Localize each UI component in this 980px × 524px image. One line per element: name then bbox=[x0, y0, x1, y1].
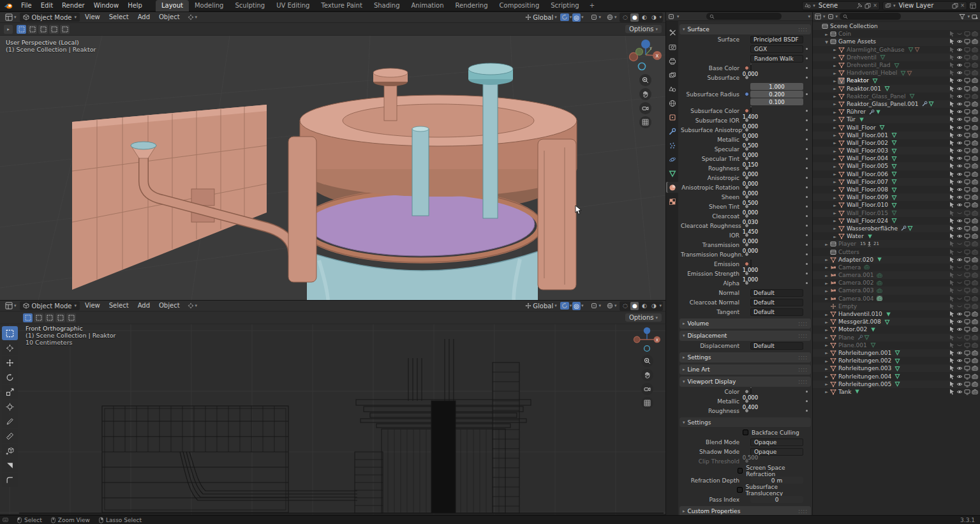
outliner-row-wall-floor-009[interactable]: ►Wall_Floor.009 bbox=[813, 193, 980, 201]
disable-render-icon[interactable] bbox=[972, 31, 978, 37]
expander-icon[interactable]: ► bbox=[832, 79, 838, 83]
disable-render-icon[interactable] bbox=[972, 350, 978, 356]
disable-render-icon[interactable] bbox=[972, 62, 978, 68]
outliner-row-wall-floor-002[interactable]: ►Wall_Floor.002 bbox=[813, 139, 980, 147]
topbar-menu-window[interactable]: Window bbox=[89, 0, 123, 11]
expander-icon[interactable]: ► bbox=[824, 359, 829, 363]
viewport-menu-select[interactable]: Select bbox=[105, 301, 133, 311]
hide-icon[interactable] bbox=[956, 101, 963, 107]
expander-icon[interactable]: ► bbox=[824, 350, 829, 355]
animate-dot-icon[interactable] bbox=[803, 410, 810, 412]
selectable-icon[interactable] bbox=[949, 365, 955, 371]
animate-dot-icon[interactable] bbox=[803, 67, 810, 69]
hide-icon-closed[interactable] bbox=[956, 264, 963, 271]
hide-icon[interactable] bbox=[956, 109, 963, 115]
transform-orientation[interactable]: Global▾ bbox=[523, 302, 559, 310]
selectable-icon[interactable] bbox=[949, 326, 955, 333]
panel-header-displacement[interactable]: ▾Displacement:::: bbox=[679, 331, 811, 341]
disable-render-icon[interactable] bbox=[972, 287, 978, 294]
disable-render-icon[interactable] bbox=[972, 342, 978, 348]
outliner-row-water[interactable]: ►Water bbox=[813, 232, 980, 240]
tool-rotate[interactable] bbox=[2, 370, 18, 384]
disable-render-icon[interactable] bbox=[972, 124, 978, 131]
hide-icon[interactable] bbox=[956, 171, 963, 177]
outliner-row-reaktor-glass-panel[interactable]: ►Reaktor_Glass_Panel bbox=[813, 93, 980, 100]
mode-selector[interactable]: Object Mode▾ bbox=[20, 301, 80, 310]
shading-material-button[interactable]: ◐ bbox=[640, 13, 648, 22]
outliner-row-cutters[interactable]: Cutters bbox=[813, 248, 980, 255]
copy-view-layer-icon[interactable] bbox=[952, 3, 958, 9]
hide-icon[interactable] bbox=[956, 77, 963, 84]
pin-icon[interactable] bbox=[856, 3, 863, 9]
disable-render-icon[interactable] bbox=[972, 249, 978, 255]
slider-alpha[interactable]: 1.000 bbox=[750, 280, 803, 287]
viewport-menu-select[interactable]: Select bbox=[105, 12, 133, 23]
outliner-row-wall-floor-003[interactable]: ►Wall_Floor.003 bbox=[813, 147, 980, 154]
disable-viewport-icon[interactable] bbox=[964, 124, 970, 131]
disable-render-icon[interactable] bbox=[972, 163, 978, 169]
disable-viewport-icon[interactable] bbox=[964, 202, 970, 208]
expander-icon[interactable]: ► bbox=[824, 366, 829, 371]
disable-viewport-icon[interactable] bbox=[964, 218, 970, 224]
selectable-icon[interactable] bbox=[949, 241, 955, 247]
disable-render-icon[interactable] bbox=[972, 272, 978, 278]
hide-icon-closed[interactable] bbox=[956, 241, 963, 247]
disable-viewport-icon[interactable] bbox=[964, 70, 970, 76]
animate-dot-icon[interactable] bbox=[803, 119, 810, 121]
view-layer-selector[interactable]: ▾ View Layer × bbox=[882, 1, 967, 10]
disable-viewport-icon[interactable] bbox=[964, 350, 970, 356]
expander-icon[interactable]: ► bbox=[832, 179, 838, 184]
disable-render-icon[interactable] bbox=[972, 86, 978, 92]
disable-render-icon[interactable] bbox=[972, 210, 978, 216]
expander-icon[interactable]: ► bbox=[832, 94, 838, 98]
disable-render-icon[interactable] bbox=[972, 109, 978, 115]
outliner-row-wall-floor-001[interactable]: ►Wall_Floor.001 bbox=[813, 131, 980, 139]
outliner-row-rohrleitungen-001[interactable]: ►Rohrleitungen.001 bbox=[813, 349, 980, 357]
outliner-row-adapter-020[interactable]: ►Adapter.020 bbox=[813, 256, 980, 264]
proportional-editing-toggle[interactable]: ◎ bbox=[572, 13, 581, 22]
selectable-icon[interactable] bbox=[949, 54, 955, 61]
disable-render-icon[interactable] bbox=[972, 38, 978, 45]
properties-tab-modifiers[interactable] bbox=[666, 126, 678, 137]
panel-header-surface[interactable]: ▾Surface:::: bbox=[679, 24, 811, 34]
expander-icon[interactable]: ► bbox=[824, 242, 829, 246]
disable-render-icon[interactable] bbox=[972, 225, 978, 232]
selectable-icon[interactable] bbox=[949, 140, 955, 146]
selectable-icon[interactable] bbox=[949, 357, 955, 364]
selectable-icon[interactable] bbox=[949, 342, 955, 348]
properties-editor-icon[interactable] bbox=[668, 13, 674, 20]
selectable-icon[interactable] bbox=[949, 272, 955, 278]
viewport-menu-view[interactable]: View bbox=[80, 12, 105, 23]
interaction-dropdown[interactable]: ▾ bbox=[185, 13, 200, 21]
expander-icon[interactable]: ► bbox=[824, 273, 829, 278]
disable-viewport-icon[interactable] bbox=[964, 318, 970, 325]
select-mode-extend[interactable] bbox=[27, 25, 37, 34]
workspace-tab-animation[interactable]: Animation bbox=[406, 0, 450, 11]
animate-dot-icon[interactable] bbox=[803, 196, 810, 198]
properties-tab-particles[interactable] bbox=[666, 140, 678, 151]
disable-render-icon[interactable] bbox=[972, 171, 978, 177]
hide-icon[interactable] bbox=[956, 186, 963, 193]
slider-subsurface-ior[interactable]: 1.400 bbox=[750, 117, 803, 124]
outliner-row-scene-collection[interactable]: Scene Collection bbox=[813, 22, 980, 30]
selectable-icon[interactable] bbox=[949, 210, 955, 216]
expander-icon[interactable]: ► bbox=[824, 312, 829, 317]
outliner-filter-type-icon[interactable] bbox=[828, 13, 834, 20]
camera-view-button[interactable] bbox=[639, 102, 651, 114]
expander-icon[interactable]: ► bbox=[832, 164, 838, 168]
hide-icon-closed[interactable] bbox=[956, 249, 963, 255]
animate-dot-icon[interactable] bbox=[803, 391, 810, 393]
hide-icon[interactable] bbox=[956, 70, 963, 76]
hide-icon[interactable] bbox=[956, 147, 963, 154]
properties-tab-render[interactable] bbox=[666, 41, 678, 52]
slider-transmission-roughn-[interactable]: 0.000 bbox=[750, 251, 803, 258]
select-mode-invert[interactable] bbox=[49, 25, 59, 34]
checkbox-row[interactable]: Backface Culling bbox=[743, 430, 799, 436]
outliner-row-rohrleitungen-002[interactable]: ►Rohrleitungen.002 bbox=[813, 357, 980, 364]
disable-viewport-icon[interactable] bbox=[964, 38, 970, 45]
disable-render-icon[interactable] bbox=[972, 389, 978, 395]
slider-roughness[interactable]: 0.150 bbox=[750, 165, 803, 172]
slider-emission-strength[interactable]: 1.000 bbox=[750, 270, 803, 277]
outliner-row-wall-floor-004[interactable]: ►Wall_Floor.004 bbox=[813, 154, 980, 162]
hide-icon-closed[interactable] bbox=[956, 342, 963, 348]
